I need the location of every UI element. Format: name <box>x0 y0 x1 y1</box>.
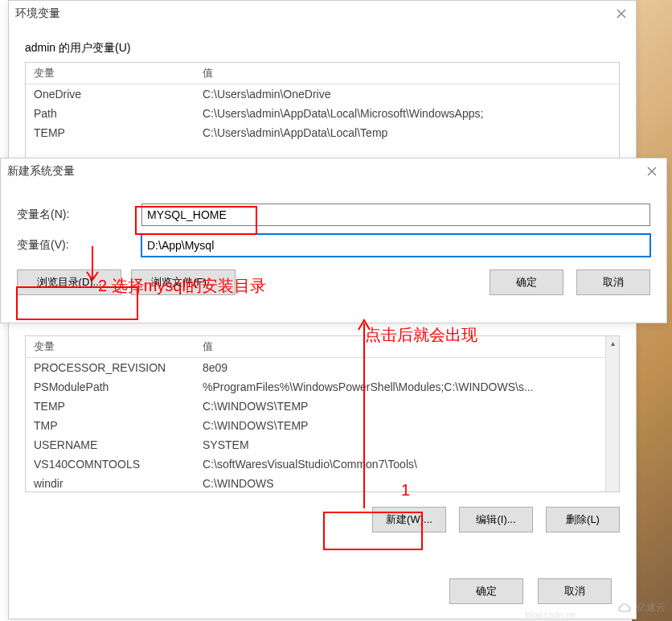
new-dialog-title: 新建系统变量 <box>7 164 75 179</box>
header-variable[interactable]: 变量 <box>26 63 195 84</box>
cell-value: C:\WINDOWS\TEMP <box>195 416 619 435</box>
table-row[interactable]: TMPC:\WINDOWS\TEMP <box>26 416 619 435</box>
table-row[interactable]: TEMPC:\Users\admin\AppData\Local\Temp <box>26 123 619 142</box>
header-value[interactable]: 值 <box>195 336 619 357</box>
watermark: 亿速云 <box>617 601 666 615</box>
cell-value: %ProgramFiles%\WindowsPowerShell\Modules… <box>195 377 619 397</box>
cell-value: C:\WINDOWS <box>195 474 619 492</box>
delete-button[interactable]: 删除(L) <box>546 507 620 533</box>
env-dialog-title: 环境变量 <box>15 6 60 21</box>
edit-button[interactable]: 编辑(I)... <box>459 507 533 533</box>
watermark-text: 亿速云 <box>637 601 666 615</box>
cancel-button[interactable]: 取消 <box>576 269 650 295</box>
table-row[interactable]: USERNAMESYSTEM <box>26 435 619 454</box>
system-vars-buttons: 新建(W)... 编辑(I)... 删除(L) <box>25 507 620 533</box>
variable-name-input[interactable] <box>141 204 650 226</box>
cell-name: windir <box>26 474 195 492</box>
new-dialog-titlebar: 新建系统变量 <box>1 158 666 184</box>
close-icon[interactable] <box>644 163 660 179</box>
cell-name: PROCESSOR_REVISION <box>26 358 195 377</box>
ok-button[interactable]: 确定 <box>490 269 563 295</box>
scroll-up-icon[interactable]: ▴ <box>606 336 620 350</box>
new-system-variable-dialog: 新建系统变量 变量名(N): 变量值(V): 浏览目录(D)... 浏览文件(F… <box>0 158 667 323</box>
header-value[interactable]: 值 <box>195 63 619 84</box>
new-button[interactable]: 新建(W)... <box>372 507 446 533</box>
table-row[interactable]: windirC:\WINDOWS <box>26 474 619 492</box>
cell-name: TEMP <box>26 123 195 142</box>
cell-value: SYSTEM <box>195 435 619 454</box>
cell-name: PSModulePath <box>26 377 195 397</box>
cell-value: 8e09 <box>195 358 619 377</box>
table-header: 变量 值 <box>26 63 619 84</box>
variable-name-label: 变量名(N): <box>17 208 141 222</box>
env-dialog-titlebar: 环境变量 <box>9 1 636 27</box>
browse-file-button[interactable]: 浏览文件(F)... <box>131 269 236 295</box>
user-vars-label: admin 的用户变量(U) <box>25 41 620 56</box>
scrollbar[interactable]: ▴ <box>605 336 619 491</box>
cell-value: C:\Users\admin\AppData\Local\Microsoft\W… <box>195 104 619 123</box>
cell-value: C:\WINDOWS\TEMP <box>195 397 619 416</box>
table-row[interactable]: VS140COMNTOOLSC:\softWaresVisualStudio\C… <box>26 454 619 474</box>
cell-name: TEMP <box>26 397 195 416</box>
table-row[interactable]: PROCESSOR_REVISION8e09 <box>26 358 619 377</box>
cell-value: C:\Users\admin\OneDrive <box>195 84 619 104</box>
cell-name: USERNAME <box>26 435 195 454</box>
cloud-icon <box>617 602 633 614</box>
cell-name: VS140COMNTOOLS <box>26 454 195 474</box>
table-row[interactable]: PSModulePath%ProgramFiles%\WindowsPowerS… <box>26 377 619 397</box>
cancel-button[interactable]: 取消 <box>538 578 612 604</box>
browse-directory-button[interactable]: 浏览目录(D)... <box>17 269 121 295</box>
watermark-url: blog.csdn.ne <box>526 610 576 619</box>
user-vars-table[interactable]: 变量 值 OneDriveC:\Users\admin\OneDrivePath… <box>25 62 620 158</box>
cell-value: C:\softWaresVisualStudio\Common7\Tools\ <box>195 454 619 474</box>
table-row[interactable]: TEMPC:\WINDOWS\TEMP <box>26 397 619 416</box>
table-row[interactable]: PathC:\Users\admin\AppData\Local\Microso… <box>26 104 619 123</box>
ok-button[interactable]: 确定 <box>449 578 523 604</box>
dialog-buttons: 确定 取消 <box>449 578 612 604</box>
header-variable[interactable]: 变量 <box>26 336 195 357</box>
cell-name: OneDrive <box>26 84 195 104</box>
system-vars-table[interactable]: 变量 值 PROCESSOR_REVISION8e09PSModulePath%… <box>25 335 620 492</box>
variable-value-label: 变量值(V): <box>17 238 141 253</box>
variable-value-input[interactable] <box>141 234 650 257</box>
close-icon[interactable] <box>613 6 629 22</box>
table-row[interactable]: OneDriveC:\Users\admin\OneDrive <box>26 84 619 104</box>
table-header: 变量 值 <box>26 336 619 358</box>
cell-name: Path <box>26 104 195 123</box>
cell-value: C:\Users\admin\AppData\Local\Temp <box>195 123 619 142</box>
cell-name: TMP <box>26 416 195 435</box>
